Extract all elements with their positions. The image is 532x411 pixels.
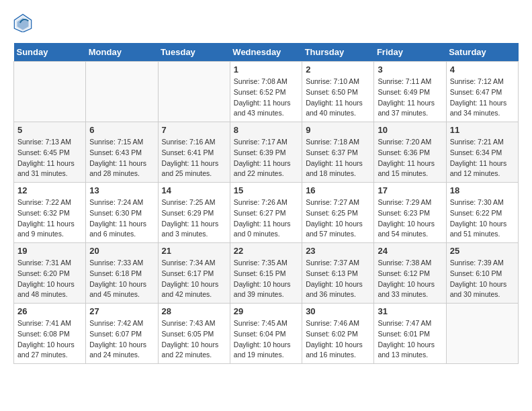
- day-cell: 15Sunrise: 7:26 AM Sunset: 6:27 PM Dayli…: [230, 183, 302, 243]
- day-number: 7: [162, 125, 226, 135]
- day-number: 23: [306, 246, 370, 256]
- day-cell: 18Sunrise: 7:30 AM Sunset: 6:22 PM Dayli…: [446, 183, 518, 243]
- day-info: Sunrise: 7:45 AM Sunset: 6:04 PM Dayligh…: [234, 318, 298, 361]
- header-cell-saturday: Saturday: [446, 43, 518, 62]
- day-info: Sunrise: 7:29 AM Sunset: 6:23 PM Dayligh…: [378, 197, 442, 240]
- day-info: Sunrise: 7:41 AM Sunset: 6:08 PM Dayligh…: [17, 318, 82, 361]
- day-cell: 24Sunrise: 7:38 AM Sunset: 6:12 PM Dayli…: [374, 243, 446, 304]
- day-number: 31: [378, 306, 442, 316]
- week-row-1: 1Sunrise: 7:08 AM Sunset: 6:52 PM Daylig…: [14, 62, 519, 122]
- day-cell: [446, 304, 518, 364]
- day-cell: [158, 62, 230, 122]
- day-info: Sunrise: 7:16 AM Sunset: 6:41 PM Dayligh…: [162, 137, 226, 179]
- day-number: 10: [378, 125, 442, 135]
- day-cell: 3Sunrise: 7:11 AM Sunset: 6:49 PM Daylig…: [374, 62, 446, 122]
- day-number: 28: [162, 306, 226, 316]
- day-cell: 10Sunrise: 7:20 AM Sunset: 6:36 PM Dayli…: [374, 122, 446, 183]
- header-cell-friday: Friday: [374, 43, 446, 62]
- week-row-5: 26Sunrise: 7:41 AM Sunset: 6:08 PM Dayli…: [14, 304, 519, 364]
- day-info: Sunrise: 7:10 AM Sunset: 6:50 PM Dayligh…: [306, 77, 370, 119]
- day-info: Sunrise: 7:22 AM Sunset: 6:32 PM Dayligh…: [17, 197, 82, 240]
- day-cell: [14, 62, 86, 122]
- day-cell: 16Sunrise: 7:27 AM Sunset: 6:25 PM Dayli…: [302, 183, 374, 243]
- day-cell: 19Sunrise: 7:31 AM Sunset: 6:20 PM Dayli…: [14, 243, 86, 304]
- day-info: Sunrise: 7:11 AM Sunset: 6:49 PM Dayligh…: [378, 77, 442, 119]
- day-cell: 14Sunrise: 7:25 AM Sunset: 6:29 PM Dayli…: [158, 183, 230, 243]
- header-cell-wednesday: Wednesday: [230, 43, 302, 62]
- day-info: Sunrise: 7:30 AM Sunset: 6:22 PM Dayligh…: [450, 197, 515, 240]
- page-header: [13, 13, 519, 32]
- day-number: 2: [306, 64, 370, 75]
- header-cell-monday: Monday: [86, 43, 158, 62]
- day-number: 18: [450, 185, 515, 195]
- day-number: 30: [306, 306, 370, 316]
- day-number: 12: [17, 185, 82, 195]
- day-number: 14: [162, 185, 226, 195]
- day-number: 13: [89, 185, 154, 195]
- day-cell: 22Sunrise: 7:35 AM Sunset: 6:15 PM Dayli…: [230, 243, 302, 304]
- day-cell: 7Sunrise: 7:16 AM Sunset: 6:41 PM Daylig…: [158, 122, 230, 183]
- day-number: 25: [450, 246, 515, 256]
- week-row-2: 5Sunrise: 7:13 AM Sunset: 6:45 PM Daylig…: [14, 122, 519, 183]
- day-cell: 23Sunrise: 7:37 AM Sunset: 6:13 PM Dayli…: [302, 243, 374, 304]
- day-info: Sunrise: 7:21 AM Sunset: 6:34 PM Dayligh…: [450, 137, 515, 179]
- day-number: 16: [306, 185, 370, 195]
- day-cell: 20Sunrise: 7:33 AM Sunset: 6:18 PM Dayli…: [86, 243, 158, 304]
- day-info: Sunrise: 7:18 AM Sunset: 6:37 PM Dayligh…: [306, 137, 370, 179]
- day-cell: 13Sunrise: 7:24 AM Sunset: 6:30 PM Dayli…: [86, 183, 158, 243]
- day-info: Sunrise: 7:31 AM Sunset: 6:20 PM Dayligh…: [17, 258, 82, 300]
- day-cell: 21Sunrise: 7:34 AM Sunset: 6:17 PM Dayli…: [158, 243, 230, 304]
- day-info: Sunrise: 7:34 AM Sunset: 6:17 PM Dayligh…: [162, 258, 226, 300]
- day-number: 11: [450, 125, 515, 135]
- day-info: Sunrise: 7:20 AM Sunset: 6:36 PM Dayligh…: [378, 137, 442, 179]
- day-cell: 12Sunrise: 7:22 AM Sunset: 6:32 PM Dayli…: [14, 183, 86, 243]
- calendar-body: 1Sunrise: 7:08 AM Sunset: 6:52 PM Daylig…: [14, 62, 519, 364]
- day-info: Sunrise: 7:08 AM Sunset: 6:52 PM Dayligh…: [234, 77, 298, 119]
- day-number: 26: [17, 306, 82, 316]
- day-cell: 31Sunrise: 7:47 AM Sunset: 6:01 PM Dayli…: [374, 304, 446, 364]
- day-info: Sunrise: 7:46 AM Sunset: 6:02 PM Dayligh…: [306, 318, 370, 361]
- day-cell: 8Sunrise: 7:17 AM Sunset: 6:39 PM Daylig…: [230, 122, 302, 183]
- day-info: Sunrise: 7:15 AM Sunset: 6:43 PM Dayligh…: [89, 137, 154, 179]
- day-cell: 1Sunrise: 7:08 AM Sunset: 6:52 PM Daylig…: [230, 62, 302, 122]
- day-info: Sunrise: 7:38 AM Sunset: 6:12 PM Dayligh…: [378, 258, 442, 300]
- day-cell: 5Sunrise: 7:13 AM Sunset: 6:45 PM Daylig…: [14, 122, 86, 183]
- day-cell: 11Sunrise: 7:21 AM Sunset: 6:34 PM Dayli…: [446, 122, 518, 183]
- logo-icon: [13, 13, 32, 32]
- day-info: Sunrise: 7:35 AM Sunset: 6:15 PM Dayligh…: [234, 258, 298, 300]
- day-cell: [86, 62, 158, 122]
- day-info: Sunrise: 7:13 AM Sunset: 6:45 PM Dayligh…: [17, 137, 82, 179]
- logo: [13, 13, 35, 32]
- calendar-header: SundayMondayTuesdayWednesdayThursdayFrid…: [14, 43, 519, 62]
- day-info: Sunrise: 7:47 AM Sunset: 6:01 PM Dayligh…: [378, 318, 442, 361]
- day-number: 27: [89, 306, 154, 316]
- day-number: 8: [234, 125, 298, 135]
- day-number: 1: [234, 64, 298, 75]
- day-number: 22: [234, 246, 298, 256]
- day-number: 29: [234, 306, 298, 316]
- day-cell: 27Sunrise: 7:42 AM Sunset: 6:07 PM Dayli…: [86, 304, 158, 364]
- day-cell: 29Sunrise: 7:45 AM Sunset: 6:04 PM Dayli…: [230, 304, 302, 364]
- day-info: Sunrise: 7:12 AM Sunset: 6:47 PM Dayligh…: [450, 77, 515, 119]
- day-info: Sunrise: 7:39 AM Sunset: 6:10 PM Dayligh…: [450, 258, 515, 300]
- day-number: 17: [378, 185, 442, 195]
- day-number: 20: [89, 246, 154, 256]
- day-cell: 2Sunrise: 7:10 AM Sunset: 6:50 PM Daylig…: [302, 62, 374, 122]
- day-info: Sunrise: 7:24 AM Sunset: 6:30 PM Dayligh…: [89, 197, 154, 240]
- day-number: 21: [162, 246, 226, 256]
- day-info: Sunrise: 7:33 AM Sunset: 6:18 PM Dayligh…: [89, 258, 154, 300]
- day-number: 19: [17, 246, 82, 256]
- day-cell: 30Sunrise: 7:46 AM Sunset: 6:02 PM Dayli…: [302, 304, 374, 364]
- day-number: 6: [89, 125, 154, 135]
- day-number: 4: [450, 64, 515, 75]
- header-row: SundayMondayTuesdayWednesdayThursdayFrid…: [14, 43, 519, 62]
- day-info: Sunrise: 7:26 AM Sunset: 6:27 PM Dayligh…: [234, 197, 298, 240]
- day-cell: 17Sunrise: 7:29 AM Sunset: 6:23 PM Dayli…: [374, 183, 446, 243]
- day-cell: 9Sunrise: 7:18 AM Sunset: 6:37 PM Daylig…: [302, 122, 374, 183]
- day-info: Sunrise: 7:27 AM Sunset: 6:25 PM Dayligh…: [306, 197, 370, 240]
- day-number: 9: [306, 125, 370, 135]
- day-info: Sunrise: 7:25 AM Sunset: 6:29 PM Dayligh…: [162, 197, 226, 240]
- header-cell-tuesday: Tuesday: [158, 43, 230, 62]
- day-number: 15: [234, 185, 298, 195]
- week-row-3: 12Sunrise: 7:22 AM Sunset: 6:32 PM Dayli…: [14, 183, 519, 243]
